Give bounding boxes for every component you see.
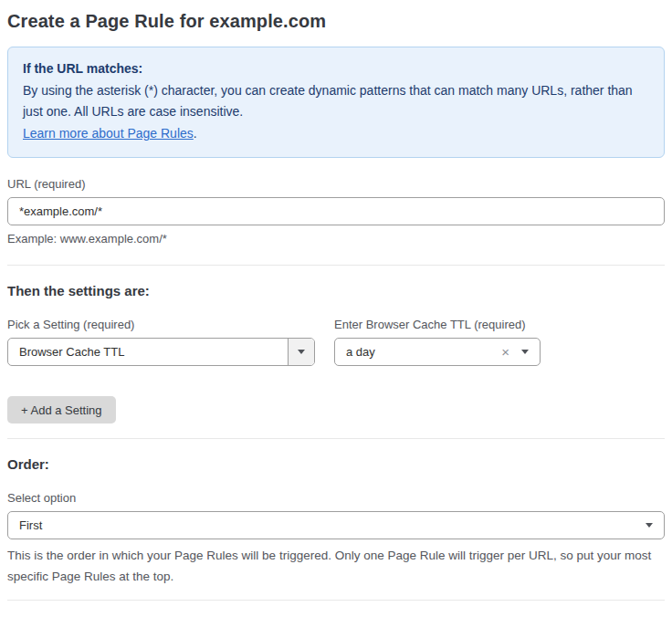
url-example-helper: Example: www.example.com/* <box>7 232 665 246</box>
page-title: Create a Page Rule for example.com <box>7 11 665 32</box>
settings-row: Pick a Setting (required) Browser Cache … <box>7 298 665 366</box>
ttl-picker-select[interactable]: a day × <box>334 338 541 366</box>
ttl-picker-controls: × <box>501 345 540 359</box>
url-input[interactable] <box>7 197 665 225</box>
page-rule-form: Create a Page Rule for example.com If th… <box>0 0 672 617</box>
setting-picker-select[interactable]: Browser Cache TTL <box>7 338 315 366</box>
ttl-picker-label: Enter Browser Cache TTL (required) <box>334 318 541 331</box>
chevron-down-icon <box>298 350 305 354</box>
link-period: . <box>194 126 197 141</box>
ttl-picker-value: a day <box>335 345 501 359</box>
divider-after-settings <box>7 438 665 439</box>
url-field-label: URL (required) <box>7 177 665 191</box>
chevron-down-icon <box>646 523 653 528</box>
clear-icon[interactable]: × <box>501 345 509 359</box>
setting-picker-caret-segment[interactable] <box>288 339 314 365</box>
order-helper-text: This is the order in which your Page Rul… <box>7 545 665 587</box>
learn-more-link[interactable]: Learn more about Page Rules <box>23 126 194 141</box>
order-select-label: Select option <box>7 491 665 505</box>
order-select[interactable]: First <box>7 511 665 539</box>
setting-picker-value: Browser Cache TTL <box>8 345 288 359</box>
order-select-value: First <box>8 518 646 532</box>
order-caret-wrap <box>646 523 664 528</box>
chevron-down-icon[interactable] <box>521 350 529 354</box>
info-box-link-line: Learn more about Page Rules. <box>23 123 649 144</box>
ttl-picker-group: Enter Browser Cache TTL (required) a day… <box>334 298 541 366</box>
order-section-heading: Order: <box>7 456 665 472</box>
setting-picker-group: Pick a Setting (required) Browser Cache … <box>7 298 315 366</box>
divider-before-footer <box>7 600 665 601</box>
url-match-info-box: If the URL matches: By using the asteris… <box>7 47 665 158</box>
info-box-heading: If the URL matches: <box>23 58 649 79</box>
settings-section-heading: Then the settings are: <box>7 283 665 298</box>
setting-picker-label: Pick a Setting (required) <box>7 318 315 331</box>
info-box-body: By using the asterisk (*) character, you… <box>23 80 649 122</box>
divider-after-url <box>7 265 665 266</box>
add-setting-button[interactable]: + Add a Setting <box>7 396 116 424</box>
